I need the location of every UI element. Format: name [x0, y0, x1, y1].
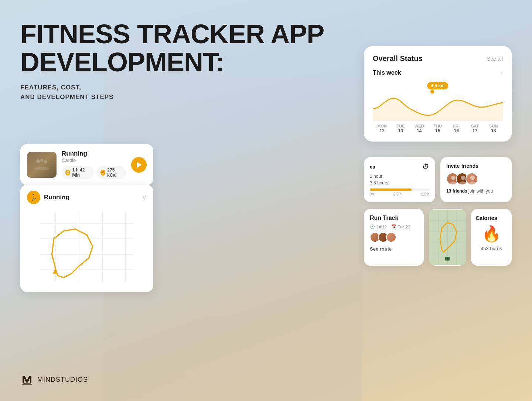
- invite-title: Invite friends: [446, 163, 506, 169]
- activity-row-2: 3.5 hours: [370, 180, 429, 186]
- svg-point-19: [469, 181, 476, 185]
- expand-icon[interactable]: ∨: [142, 193, 147, 201]
- running-track-card: 🏃 Running ∨: [20, 185, 153, 292]
- chevron-right-icon[interactable]: ›: [501, 69, 503, 77]
- svg-point-13: [430, 89, 434, 94]
- time-badge: ⏱ 1 h 42 Min: [62, 166, 94, 179]
- day-tue: TUE 13: [391, 124, 410, 133]
- middle-row: es ⏱ 1 hour 3.5 hours 0h 2.0 h 2.5 h Inv…: [364, 157, 512, 202]
- friends-avatars: [446, 173, 506, 185]
- logo-icon: [20, 373, 34, 386]
- progress-track: [370, 188, 429, 191]
- running-workout-card: Running Cardio ⏱ 1 h 42 Min 🔥 275 kCal: [20, 144, 153, 185]
- play-button[interactable]: [131, 157, 147, 173]
- km-badge: 4,5 km: [427, 82, 448, 89]
- run-participants: [370, 232, 418, 242]
- workout-category: Cardio: [62, 157, 126, 163]
- bottom-row: Run Track 🕐 14:12 📅 Tue 22 See route: [364, 209, 512, 266]
- svg-text:P: P: [447, 258, 449, 260]
- see-route-link[interactable]: See route: [370, 246, 418, 252]
- svg-point-1: [40, 159, 43, 162]
- runner-icon: 🏃: [27, 191, 40, 204]
- clock-icon: ⏱: [65, 170, 70, 176]
- activity-row-1: 1 hour: [370, 174, 429, 179]
- track-header: 🏃 Running ∨: [27, 191, 147, 204]
- route-map: [27, 208, 147, 285]
- this-week-bar: This week ›: [373, 69, 503, 77]
- run-meta: 🕐 14:12 📅 Tue 22: [370, 224, 418, 229]
- invite-friends-card: Invite friends 13: [440, 157, 512, 202]
- day-sun: SUN 18: [484, 124, 503, 133]
- map-thumbnail: P: [429, 209, 466, 266]
- day-sat: SAT 17: [466, 124, 484, 133]
- day-wed: WED 14: [410, 124, 429, 133]
- calories-card: Calories 🔥 453 burns: [471, 209, 512, 266]
- svg-point-2: [44, 160, 47, 163]
- logo-text: MINDSTUDIOS: [37, 376, 88, 384]
- run-track-title: Run Track: [370, 215, 418, 221]
- svg-point-15: [450, 181, 457, 185]
- flame-icon: 🔥: [100, 170, 105, 176]
- workout-info: Running Cardio ⏱ 1 h 42 Min 🔥 275 kCal: [62, 150, 126, 179]
- workout-thumbnail: [27, 152, 57, 178]
- brand-logo: MINDSTUDIOS: [20, 373, 88, 386]
- activity-header: es: [370, 164, 375, 170]
- workout-name: Running: [62, 150, 126, 157]
- run-date: 📅 Tue 22: [391, 224, 410, 229]
- stopwatch-icon: ⏱: [423, 163, 429, 171]
- run-avatar-3: [386, 232, 396, 242]
- friend-avatar-3: [466, 173, 478, 185]
- status-title: Overall Status: [373, 54, 423, 63]
- day-thu: THU 15: [429, 124, 447, 133]
- run-track-card: Run Track 🕐 14:12 📅 Tue 22 See route: [364, 209, 424, 266]
- clock-small-icon: 🕐: [370, 224, 375, 229]
- see-all-link[interactable]: See all: [487, 56, 503, 62]
- svg-point-0: [36, 159, 40, 163]
- day-fri: FRI 16: [447, 124, 466, 133]
- workout-stats: ⏱ 1 h 42 Min 🔥 275 kCal: [62, 166, 126, 179]
- friends-count-text: 13 friends join with you: [446, 188, 506, 194]
- this-week-label: This week: [373, 69, 401, 76]
- svg-point-14: [451, 176, 456, 180]
- svg-point-3: [34, 167, 49, 170]
- svg-point-16: [461, 176, 465, 180]
- calories-title: Calories: [475, 215, 497, 221]
- progress-fill: [370, 188, 412, 191]
- calories-badge: 🔥 275 kCal: [97, 166, 126, 179]
- fire-icon: 🔥: [482, 225, 501, 243]
- svg-point-18: [470, 176, 475, 180]
- activity-progress: 0h 2.0 h 2.5 h: [370, 188, 429, 196]
- run-time: 🕐 14:12: [370, 224, 387, 229]
- progress-labels: 0h 2.0 h 2.5 h: [370, 192, 429, 196]
- track-title: Running: [44, 194, 69, 201]
- activity-card: es ⏱ 1 hour 3.5 hours 0h 2.0 h 2.5 h: [364, 157, 435, 202]
- weekly-chart: 4,5 km: [373, 80, 503, 121]
- status-header: Overall Status See all: [373, 54, 503, 63]
- overall-status-panel: Overall Status See all This week › 4,5 k…: [364, 46, 512, 142]
- days-row: MON 12 TUE 13 WED 14 THU 15 FRI 16 SAT 1…: [373, 124, 503, 133]
- calendar-icon: 📅: [391, 224, 396, 229]
- calories-value: 453 burns: [481, 246, 502, 251]
- svg-point-17: [459, 181, 467, 185]
- day-mon: MON 12: [373, 124, 391, 133]
